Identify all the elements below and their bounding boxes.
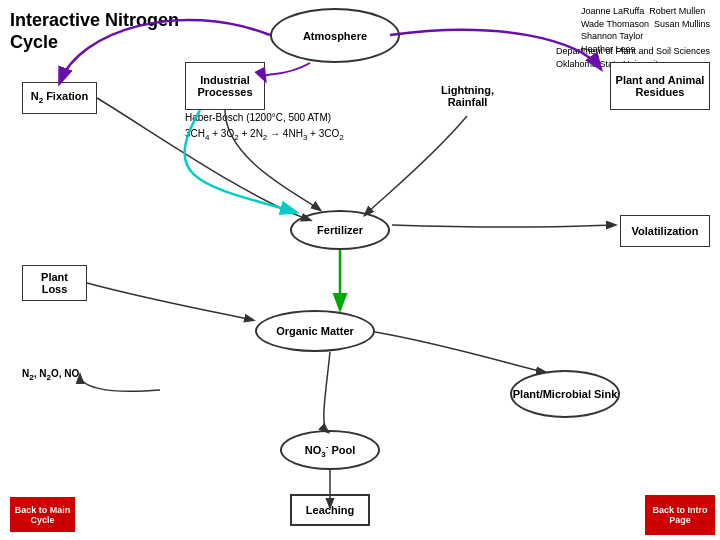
leaching-box: Leaching [290, 494, 370, 526]
back-main-button[interactable]: Back to Main Cycle [10, 497, 75, 532]
industrial-processes-box: Industrial Processes [185, 62, 265, 110]
back-intro-button[interactable]: Back to Intro Page [645, 495, 715, 535]
n2-fixation-box: N2 Fixation [22, 82, 97, 114]
plant-animal-residues-box: Plant and Animal Residues [610, 62, 710, 110]
lightning-rainfall-box: Lightning, Rainfall [430, 76, 505, 116]
n2-gases-label: N2, N2O, NO [22, 368, 79, 382]
atmosphere-oval: Atmosphere [270, 8, 400, 63]
no3-pool-oval: NO3- Pool [280, 430, 380, 470]
volatilization-box: Volatilization [620, 215, 710, 247]
page-title: Interactive Nitrogen Cycle [10, 10, 179, 53]
chemical-equation: 3CH4 + 3O2 + 2N2 → 4NH3 + 3CO2 [185, 128, 344, 142]
plant-microbial-sink-oval: Plant/Microbial Sink [510, 370, 620, 418]
haber-bosch-text: Haber-Bosch (1200°C, 500 ATM) [185, 112, 331, 123]
plant-loss-box: Plant Loss [22, 265, 87, 301]
fertilizer-oval: Fertilizer [290, 210, 390, 250]
organic-matter-oval: Organic Matter [255, 310, 375, 352]
